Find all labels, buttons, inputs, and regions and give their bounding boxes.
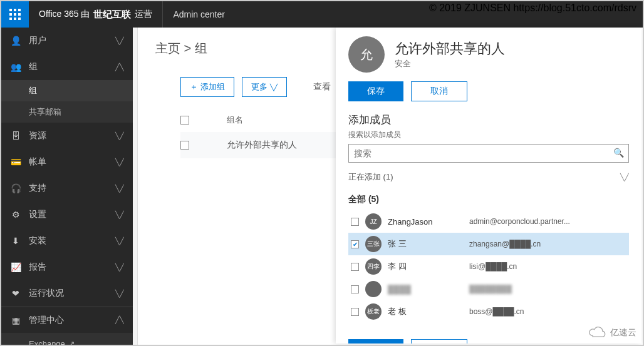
download-icon: ⬇ bbox=[10, 236, 21, 246]
group-name-cell: 允许外部共享的人 bbox=[227, 140, 297, 151]
search-hint: 搜索以添加成员 bbox=[348, 130, 629, 140]
all-members-heading: 全部 (5) bbox=[348, 194, 629, 205]
row-checkbox[interactable] bbox=[180, 141, 189, 150]
svg-rect-8 bbox=[18, 18, 21, 20]
svg-rect-0 bbox=[9, 9, 12, 11]
view-link[interactable]: 查看 bbox=[313, 81, 331, 93]
member-name: 李 四 bbox=[388, 261, 463, 272]
member-checkbox[interactable]: ✔ bbox=[351, 240, 359, 248]
member-row[interactable]: ✔三张张 三zhangsan@████.cn bbox=[348, 233, 629, 255]
member-avatar: 四李 bbox=[365, 258, 382, 275]
member-avatar bbox=[365, 281, 382, 297]
sidebar-splitter[interactable] bbox=[133, 28, 138, 345]
panel-title: 允许外部共享的人 bbox=[395, 39, 505, 58]
member-name: ZhangJason bbox=[388, 217, 463, 226]
svg-rect-5 bbox=[18, 13, 21, 16]
cloud-icon bbox=[586, 326, 608, 340]
left-nav: 👤用户 ╲╱ 👥组 ╱╲ 组 共享邮箱 🗄资源╲╱ 💳帐单╲╱ 🎧支持╲╱ ⚙设… bbox=[1, 28, 133, 345]
member-name: 张 三 bbox=[388, 238, 463, 250]
add-members-heading: 添加成员 bbox=[348, 113, 629, 127]
nav-setup[interactable]: ⬇安装╲╱ bbox=[1, 228, 133, 254]
add-group-button[interactable]: ＋添加组 bbox=[180, 77, 234, 97]
member-email: boss@████.cn bbox=[469, 307, 524, 316]
subnav-exchange[interactable]: Exchange ↗ bbox=[1, 333, 133, 345]
member-email: lisi@████.cn bbox=[469, 262, 517, 271]
chevron-down-icon: ╲╱ bbox=[270, 84, 278, 91]
plus-icon: ＋ bbox=[190, 81, 198, 93]
chevron-down-icon: ╲╱ bbox=[115, 211, 124, 219]
nav-support[interactable]: 🎧支持╲╱ bbox=[1, 175, 133, 201]
chevron-down-icon: ╲╱ bbox=[115, 132, 124, 140]
chevron-down-icon: ╲╱ bbox=[115, 37, 124, 45]
member-row[interactable]: 四李李 四lisi@████.cn bbox=[348, 255, 629, 278]
watermark-text: © 2019 ZJUNSEN https://blog.51cto.com/rd… bbox=[429, 3, 636, 14]
person-icon: 👤 bbox=[10, 36, 21, 46]
subnav-groups[interactable]: 组 bbox=[1, 80, 133, 101]
search-icon[interactable]: 🔍 bbox=[613, 148, 624, 158]
svg-rect-4 bbox=[14, 13, 16, 16]
crumb-group[interactable]: 组 bbox=[195, 41, 207, 55]
chart-icon: 📈 bbox=[10, 262, 21, 272]
member-row[interactable]: JZZhangJasonadmin@corponcloud.partner... bbox=[348, 210, 629, 233]
card-icon: 💳 bbox=[10, 157, 21, 167]
heartbeat-icon: ❤ bbox=[10, 288, 21, 298]
subnav-shared-mailbox[interactable]: 共享邮箱 bbox=[1, 101, 133, 123]
member-email: ████████ bbox=[469, 285, 512, 293]
svg-rect-3 bbox=[9, 13, 12, 16]
nav-health[interactable]: ❤运行状况╲╱ bbox=[1, 280, 133, 307]
external-link-icon: ↗ bbox=[69, 340, 75, 345]
chevron-down-icon: ╲╱ bbox=[115, 290, 124, 298]
admin-center-title: Admin center bbox=[163, 9, 234, 19]
brand-label: Office 365 由世纪互联运营 bbox=[29, 1, 163, 28]
group-avatar: 允 bbox=[348, 36, 385, 73]
cancel-button-bottom[interactable]: 取消 bbox=[411, 339, 467, 343]
member-avatar: 三张 bbox=[365, 236, 382, 252]
adding-section-toggle[interactable]: 正在添加 (1) ╲╱ bbox=[348, 171, 629, 183]
chevron-down-icon: ╲╱ bbox=[620, 173, 629, 181]
chevron-down-icon: ╲╱ bbox=[115, 185, 124, 193]
svg-rect-7 bbox=[14, 18, 16, 20]
member-checkbox[interactable] bbox=[351, 218, 359, 226]
svg-rect-1 bbox=[14, 9, 16, 11]
svg-rect-6 bbox=[9, 18, 12, 20]
member-checkbox[interactable] bbox=[351, 308, 359, 316]
more-button[interactable]: 更多 ╲╱ bbox=[242, 77, 287, 97]
people-icon: 👥 bbox=[10, 62, 21, 72]
chevron-up-icon: ╱╲ bbox=[115, 63, 124, 71]
corner-brand: 亿速云 bbox=[586, 326, 636, 340]
nav-reports[interactable]: 📈报告╲╱ bbox=[1, 254, 133, 280]
column-header-name[interactable]: 组名 bbox=[227, 114, 243, 126]
member-row[interactable]: 板老老 板boss@████.cn bbox=[348, 300, 629, 323]
nav-billing[interactable]: 💳帐单╲╱ bbox=[1, 149, 133, 175]
save-button-bottom[interactable]: 保存 bbox=[348, 339, 403, 343]
detail-panel: 允 允许外部共享的人 安全 保存 取消 添加成员 搜索以添加成员 🔍 正在添加 … bbox=[336, 28, 641, 343]
chevron-down-icon: ╲╱ bbox=[115, 263, 124, 272]
nav-users[interactable]: 👤用户 ╲╱ bbox=[1, 28, 133, 54]
resources-icon: 🗄 bbox=[10, 131, 21, 141]
waffle-icon bbox=[9, 9, 21, 20]
select-all-checkbox[interactable] bbox=[180, 116, 189, 125]
member-list: JZZhangJasonadmin@corponcloud.partner...… bbox=[348, 210, 629, 323]
cancel-button-top[interactable]: 取消 bbox=[411, 81, 467, 101]
member-name: ████ bbox=[388, 285, 463, 294]
member-email: admin@corponcloud.partner... bbox=[469, 217, 570, 226]
nav-groups[interactable]: 👥组 ╱╲ bbox=[1, 54, 133, 80]
member-row[interactable]: ████████████ bbox=[348, 278, 629, 300]
app-launcher-button[interactable] bbox=[1, 1, 29, 28]
panel-subtitle: 安全 bbox=[395, 58, 505, 69]
member-email: zhangsan@████.cn bbox=[469, 240, 541, 248]
crumb-home[interactable]: 主页 bbox=[155, 41, 180, 55]
member-checkbox[interactable] bbox=[351, 285, 359, 293]
nav-admin-centers[interactable]: ▦管理中心╱╲ bbox=[1, 307, 133, 333]
headset-icon: 🎧 bbox=[10, 183, 21, 193]
save-button-top[interactable]: 保存 bbox=[348, 81, 403, 101]
chevron-up-icon: ╱╲ bbox=[115, 316, 124, 324]
member-checkbox[interactable] bbox=[351, 263, 359, 271]
member-avatar: 板老 bbox=[365, 303, 382, 320]
nav-resources[interactable]: 🗄资源╲╱ bbox=[1, 123, 133, 149]
member-avatar: JZ bbox=[365, 213, 382, 230]
member-search-input[interactable] bbox=[348, 144, 629, 163]
chevron-down-icon: ╲╱ bbox=[115, 158, 124, 166]
chevron-down-icon: ╲╱ bbox=[115, 237, 124, 245]
nav-settings[interactable]: ⚙设置╲╱ bbox=[1, 201, 133, 228]
